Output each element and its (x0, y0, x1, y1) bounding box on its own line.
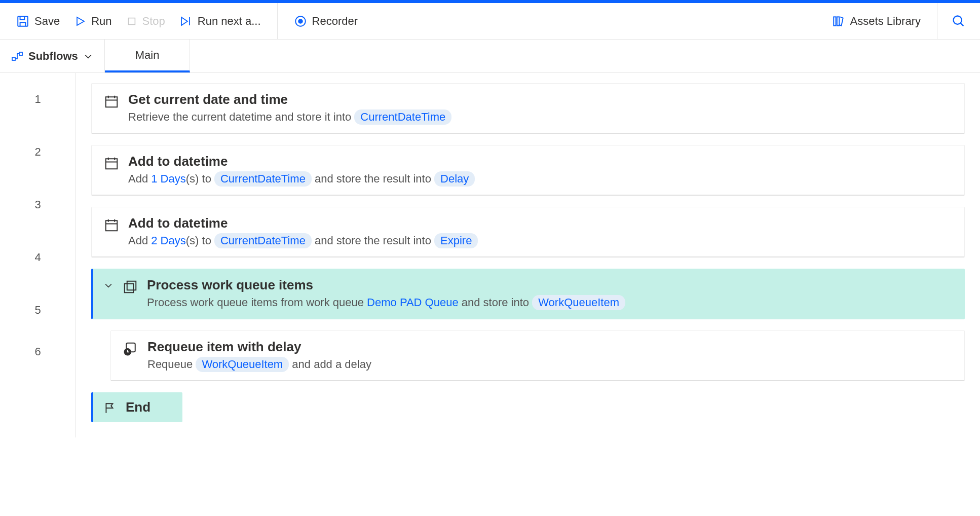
assets-library-button[interactable]: Assets Library (825, 11, 928, 32)
toolbar: Save Run Stop Run next a... Recorder (0, 3, 980, 40)
step-desc: Add 2 Days(s) to CurrentDateTime and sto… (128, 233, 952, 248)
subflows-label: Subflows (28, 50, 78, 63)
line-number: 3 (0, 178, 76, 231)
run-next-label: Run next a... (198, 15, 261, 28)
line-number: 2 (0, 126, 76, 178)
requeue-icon (123, 339, 138, 356)
svg-rect-10 (19, 52, 22, 55)
svg-rect-5 (834, 17, 836, 25)
variable-chip[interactable]: WorkQueueItem (196, 357, 289, 372)
svg-rect-15 (106, 159, 118, 169)
svg-rect-24 (127, 281, 136, 290)
action-step-selected[interactable]: Process work queue items Process work qu… (91, 269, 965, 319)
save-button[interactable]: Save (9, 11, 67, 32)
calendar-icon (104, 92, 119, 109)
workspace: 1 2 3 4 5 6 Get current date and time Re… (0, 73, 980, 437)
line-gutter: 1 2 3 4 5 6 (0, 73, 76, 437)
subflows-dropdown[interactable]: Subflows (0, 40, 105, 72)
tab-main-label: Main (135, 49, 160, 62)
svg-rect-1 (128, 18, 135, 24)
variable-chip[interactable]: CurrentDateTime (214, 171, 312, 187)
line-number: 5 (0, 284, 76, 337)
step-title: End (126, 399, 168, 415)
step-title: Process work queue items (147, 277, 952, 293)
svg-rect-23 (125, 284, 134, 293)
variable-chip[interactable]: Delay (434, 171, 475, 187)
svg-point-4 (298, 19, 303, 23)
step-title: Get current date and time (128, 92, 952, 107)
svg-rect-9 (12, 57, 15, 60)
play-icon (74, 15, 86, 27)
run-label: Run (91, 15, 111, 28)
line-number: 1 (0, 73, 76, 126)
flag-icon (103, 399, 117, 415)
calendar-icon (104, 215, 119, 233)
flow-icon (11, 50, 23, 62)
svg-rect-11 (106, 97, 118, 107)
value-link[interactable]: 1 Days (151, 172, 185, 185)
action-step-end[interactable]: End (91, 392, 182, 422)
action-step[interactable]: Get current date and time Retrieve the c… (91, 83, 965, 134)
svg-rect-0 (18, 16, 28, 26)
line-number: 6 (0, 337, 76, 367)
line-number: 4 (0, 231, 76, 284)
stop-label: Stop (142, 15, 165, 28)
stop-icon (126, 16, 137, 27)
record-icon (294, 15, 307, 28)
step-title: Add to datetime (128, 215, 952, 231)
step-desc: Add 1 Days(s) to CurrentDateTime and sto… (128, 171, 952, 187)
step-desc: Requeue WorkQueueItem and add a delay (147, 357, 952, 372)
value-link[interactable]: 2 Days (151, 234, 185, 247)
run-next-button[interactable]: Run next a... (172, 11, 268, 32)
step-icon (179, 15, 193, 27)
library-icon (832, 15, 845, 28)
variable-chip[interactable]: Expire (434, 233, 478, 248)
search-button[interactable] (952, 14, 966, 28)
recorder-label: Recorder (312, 15, 358, 28)
variable-chip[interactable]: WorkQueueItem (532, 295, 625, 310)
subflow-bar: Subflows Main (0, 40, 980, 73)
step-desc: Retrieve the current datetime and store … (128, 109, 952, 125)
action-step[interactable]: Add to datetime Add 2 Days(s) to Current… (91, 207, 965, 257)
svg-point-7 (954, 16, 962, 24)
assets-label: Assets Library (850, 15, 921, 28)
variable-chip[interactable]: CurrentDateTime (354, 109, 451, 125)
steps-panel: Get current date and time Retrieve the c… (76, 73, 980, 437)
queue-icon (123, 277, 138, 294)
svg-rect-19 (106, 220, 118, 231)
step-desc: Process work queue items from work queue… (147, 295, 952, 310)
run-button[interactable]: Run (67, 11, 119, 32)
step-title: Requeue item with delay (147, 339, 952, 355)
action-step-nested[interactable]: Requeue item with delay Requeue WorkQueu… (110, 330, 965, 381)
action-step[interactable]: Add to datetime Add 1 Days(s) to Current… (91, 145, 965, 196)
calendar-icon (104, 154, 119, 171)
variable-chip[interactable]: CurrentDateTime (214, 233, 312, 248)
collapse-toggle[interactable] (103, 277, 114, 290)
save-icon (16, 15, 29, 28)
chevron-down-icon (83, 51, 93, 61)
recorder-button[interactable]: Recorder (287, 11, 365, 32)
svg-line-8 (961, 23, 964, 26)
step-title: Add to datetime (128, 154, 952, 169)
value-link[interactable]: Demo PAD Queue (367, 296, 459, 309)
stop-button: Stop (119, 11, 172, 32)
save-label: Save (34, 15, 60, 28)
tab-main[interactable]: Main (105, 40, 191, 72)
